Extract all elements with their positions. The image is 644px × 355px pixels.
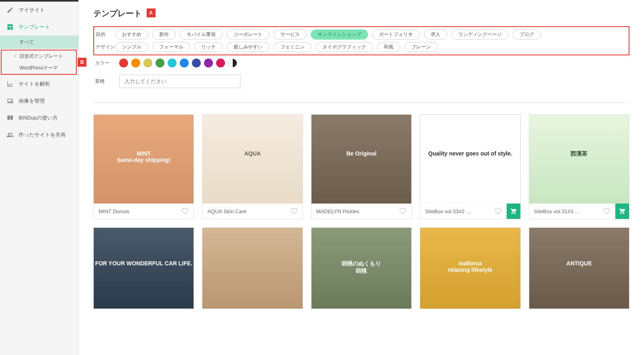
color-swatch[interactable] (204, 59, 213, 67)
sidebar-item-mysite[interactable]: マイサイト (0, 0, 78, 19)
image-icon (6, 97, 14, 105)
sidebar-item-analytics[interactable]: サイトを解析 (0, 76, 78, 92)
color-swatch[interactable] (119, 59, 128, 67)
sidebar-label: マイサイト (19, 6, 45, 14)
filter-pill-purpose[interactable]: コーポレート (227, 29, 269, 40)
filter-row-industry: 業種 (93, 75, 629, 88)
card-footer: AQUA Skin Care (202, 204, 302, 219)
book-icon (6, 114, 14, 122)
purpose-pills: おすすめ新作モバイル重視コーポレートサービスオンラインショップポートフォリオ求人… (115, 29, 541, 40)
card-footer: MINT Donuts (94, 204, 194, 219)
main-content: テンプレート A 目的 おすすめ新作モバイル重視コーポレートサービスオンラインシ… (79, 0, 644, 355)
template-card[interactable]: mallorca relaxing lifestyle (420, 227, 520, 309)
filter-pill-purpose[interactable]: おすすめ (115, 29, 148, 40)
cart-button[interactable] (507, 204, 520, 219)
sidebar-subgroup-annotated: 旧形式テンプレート WordPressテーマ B (1, 50, 77, 75)
template-card[interactable]: ANTIQUE (529, 227, 629, 309)
template-card[interactable]: Quality never goes out of style.SiteBox … (420, 114, 520, 219)
sidebar-label: 作ったサイトを共有 (19, 131, 66, 139)
template-title: MADELYN Pickles (316, 208, 396, 214)
filter-pill-design[interactable]: 親しみやすい (227, 42, 269, 52)
filter-row-purpose: 目的 おすすめ新作モバイル重視コーポレートサービスオンラインショップポートフォリ… (94, 29, 625, 40)
filter-label-industry: 業種 (93, 78, 119, 85)
template-card[interactable] (202, 227, 303, 309)
sidebar-label: 画像を管理 (19, 97, 45, 105)
filter-pill-purpose[interactable]: オンラインショップ (311, 29, 368, 40)
filter-pill-purpose[interactable]: 求人 (424, 29, 447, 40)
sidebar-sub-wordpress[interactable]: WordPressテーマ (2, 62, 76, 74)
page-title: テンプレート (93, 8, 142, 19)
color-swatch[interactable] (228, 59, 237, 67)
card-footer: SiteBox vol.33#2 … (420, 204, 520, 219)
template-thumbnail: ANTIQUE (529, 228, 629, 309)
filter-pill-design[interactable]: プレーン (404, 42, 438, 52)
divider (93, 103, 629, 103)
template-card[interactable]: AQUAAQUA Skin Care (202, 114, 303, 219)
template-card[interactable]: MINT Same-day shipping!MINT Donuts (93, 114, 194, 219)
template-card[interactable]: FOR YOUR WONDERFUL CAR LIFE. (93, 227, 194, 309)
filter-row-color: カラー (93, 59, 629, 67)
color-swatch[interactable] (192, 59, 201, 67)
filter-pill-design[interactable]: タイポグラフィック (316, 42, 373, 52)
template-thumbnail: 西漢茶 (529, 115, 629, 204)
filter-pill-design[interactable]: シンプル (115, 42, 148, 52)
filter-pill-design[interactable]: リッチ (194, 42, 223, 52)
filter-pill-purpose[interactable]: サービス (274, 29, 307, 40)
heart-icon[interactable] (290, 208, 298, 215)
template-title: SiteBox vol.33#2 … (425, 208, 491, 214)
annotation-a-marker: A (147, 8, 156, 17)
template-thumbnail: AQUA (202, 115, 302, 204)
card-footer: SiteBox vol.31#3 … (529, 204, 629, 219)
sidebar-item-template[interactable]: テンプレート (0, 19, 78, 36)
color-swatch[interactable] (156, 59, 164, 67)
filter-row-design: デザイン シンプルフォーマルリッチ親しみやすいフェミニンタイポグラフィック和風プ… (94, 42, 625, 52)
template-thumbnail (202, 228, 302, 309)
color-swatch[interactable] (168, 59, 177, 67)
sidebar: マイサイト テンプレート すべて 旧形式テンプレート WordPressテーマ … (0, 0, 79, 355)
sidebar-item-share[interactable]: 作ったサイトを共有 (0, 126, 78, 143)
template-thumbnail: FOR YOUR WONDERFUL CAR LIFE. (94, 228, 194, 309)
template-thumbnail: Quality never goes out of style. (420, 115, 520, 204)
filter-pill-purpose[interactable]: 新作 (152, 29, 176, 40)
template-card[interactable]: 西漢茶SiteBox vol.31#3 … (529, 114, 629, 219)
template-title: AQUA Skin Care (207, 208, 287, 214)
template-card[interactable]: Be OriginalMADELYN Pickles (311, 114, 412, 219)
heart-icon[interactable] (181, 208, 189, 215)
template-thumbnail: 胡桃のぬくもり 胡桃 (311, 228, 411, 309)
sidebar-sub-all[interactable]: すべて (0, 36, 78, 49)
sidebar-item-images[interactable]: 画像を管理 (0, 92, 78, 109)
color-swatch[interactable] (131, 59, 140, 67)
color-swatch[interactable] (143, 59, 152, 67)
filter-block-annotated: 目的 おすすめ新作モバイル重視コーポレートサービスオンラインショップポートフォリ… (93, 26, 629, 55)
filter-label-design: デザイン (94, 44, 115, 50)
industry-input[interactable] (119, 75, 240, 88)
template-icon (6, 23, 14, 31)
color-swatch[interactable] (180, 59, 189, 67)
cart-button[interactable] (615, 204, 629, 219)
template-thumbnail: mallorca relaxing lifestyle (420, 228, 520, 309)
filter-pill-purpose[interactable]: モバイル重視 (180, 29, 223, 40)
sidebar-sub-old-format[interactable]: 旧形式テンプレート (2, 50, 76, 62)
color-swatches (119, 59, 237, 67)
filter-pill-design[interactable]: 和風 (377, 42, 400, 52)
pencil-icon (6, 6, 14, 14)
filter-pill-purpose[interactable]: ブログ (513, 29, 541, 40)
filter-pill-design[interactable]: フェミニン (274, 42, 311, 52)
chart-icon (6, 80, 14, 88)
sidebar-item-howto[interactable]: BiNDupの使い方 (0, 109, 78, 126)
template-thumbnail: MINT Same-day shipping! (94, 115, 194, 204)
color-swatch[interactable] (216, 59, 225, 67)
sidebar-label: テンプレート (19, 23, 50, 31)
heart-icon[interactable] (603, 208, 610, 215)
filter-pill-purpose[interactable]: ランディングページ (451, 29, 509, 40)
heart-icon[interactable] (495, 208, 502, 215)
template-title: MINT Donuts (99, 208, 178, 214)
template-grid: MINT Same-day shipping!MINT DonutsAQUAAQ… (93, 114, 629, 219)
template-card[interactable]: 胡桃のぬくもり 胡桃 (311, 227, 412, 309)
heart-icon[interactable] (399, 208, 406, 215)
sidebar-label: サイトを解析 (19, 80, 50, 88)
filter-pill-purpose[interactable]: ポートフォリオ (372, 29, 420, 40)
sidebar-label: BiNDupの使い方 (19, 114, 58, 122)
filter-pill-design[interactable]: フォーマル (152, 42, 190, 52)
filter-label-color: カラー (93, 60, 119, 67)
